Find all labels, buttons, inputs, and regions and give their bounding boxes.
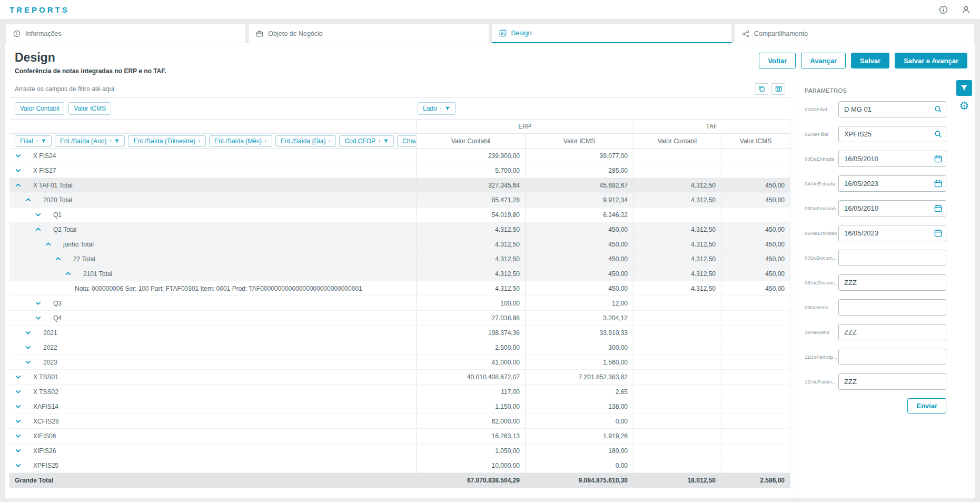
tab-objeto-de-negocio[interactable]: Objeto de Negócio [248,24,489,43]
expand-chevron-icon[interactable] [45,241,52,248]
param-input[interactable] [838,126,946,142]
help-info-icon[interactable] [939,5,948,14]
expand-chevron-icon[interactable] [15,462,22,469]
measure-chip[interactable]: Valor ICMS [68,102,111,115]
expand-chevron-icon[interactable] [15,432,22,439]
param-input[interactable] [838,299,946,316]
expand-chevron-icon[interactable] [15,167,22,174]
pivot-row[interactable]: Nota: 000000006 Ser: 100 Part: FTAF00301… [9,281,790,296]
pivot-row[interactable]: XIFIS06 16.263,13 1.919,26 [9,429,790,444]
expand-chevron-icon[interactable] [25,359,32,366]
pivot-row[interactable]: XCFIS28 62.000,00 0,00 [9,414,790,429]
param-input[interactable] [838,324,946,340]
search-icon[interactable] [934,105,942,113]
pivot-row[interactable]: XIFIS26 1.050,00 180,00 [9,444,790,458]
pivot-row[interactable]: X FIS24 239.900,00 39.077,00 [9,149,790,163]
tab-compartilhamento[interactable]: Compartilhamento [734,24,975,43]
pivot-row[interactable]: XPFIS25 10.000,00 0,00 [9,458,790,473]
pivot-row[interactable]: 2022 2.500,00 300,00 [9,340,790,355]
expand-chevron-icon[interactable] [65,270,72,277]
expand-chevron-icon[interactable] [15,373,22,380]
sort-asc-icon[interactable]: ↑ [378,138,381,144]
measure-chip[interactable]: Valor Contabil [15,102,64,115]
row-label: junho Total [63,241,94,248]
filter-funnel-icon[interactable] [383,139,389,144]
row-field-chip[interactable]: Chave Nota ↑ [397,135,417,147]
filter-funnel-icon[interactable] [114,139,120,144]
column-field-chip-lado[interactable]: Lado ↑ [418,102,456,115]
search-icon[interactable] [934,130,942,138]
filter-funnel-icon[interactable] [41,139,46,144]
expand-chevron-icon[interactable] [25,196,32,203]
row-field-chip[interactable]: Cod.CFOP ↑ [339,135,394,147]
pivot-row[interactable]: XAFIS14 1.150,00 138,00 [9,399,790,414]
filter-toggle-button[interactable] [956,80,972,96]
pivot-row[interactable]: X FIS27 5.700,00 285,00 [9,163,790,178]
row-field-chip[interactable]: Ent./Saída (Dia) ↑ [275,135,336,147]
cell-erp-valor-contabil: 4.312,50 [417,267,526,281]
expand-chevron-icon[interactable] [15,182,22,189]
salvar-e-avancar-button[interactable]: Salvar e Avançar [895,53,967,68]
expand-chevron-icon[interactable] [15,403,22,410]
tab-informacoes[interactable]: Informações [5,24,246,43]
expand-chevron-icon[interactable] [35,314,42,321]
expand-chevron-icon[interactable] [55,255,62,262]
pivot-row[interactable]: Q3 100,00 12,00 [9,296,790,311]
param-input[interactable] [838,349,946,365]
param-input[interactable] [838,175,946,192]
param-input[interactable] [838,274,946,291]
param-input[interactable] [838,151,946,167]
expand-chevron-icon[interactable] [35,211,42,218]
pivot-row[interactable]: 2101 Total 4.312,50 450,00 4.312,50 450,… [9,267,790,281]
sort-asc-icon[interactable]: ↑ [109,138,112,144]
expand-chevron-icon[interactable] [25,329,32,336]
tab-design[interactable]: Design [491,24,732,43]
param-input[interactable] [838,250,946,266]
row-field-chip[interactable]: Ent./Saída (Ano) ↑ [55,135,125,147]
voltar-button[interactable]: Voltar [759,53,796,68]
copy-icon[interactable] [755,83,768,95]
expand-chevron-icon[interactable] [25,344,32,351]
pivot-row[interactable]: Q1 54.019,80 6.246,22 [9,208,790,222]
expand-chevron-icon[interactable] [15,418,22,425]
expand-chevron-icon[interactable] [35,226,42,233]
expand-chevron-icon[interactable] [15,152,22,159]
salvar-button[interactable]: Salvar [851,53,889,68]
sort-asc-icon[interactable]: ↑ [328,138,331,144]
calendar-icon[interactable] [934,204,942,212]
param-input[interactable] [838,373,946,390]
gear-icon[interactable]: ⚙ [959,100,969,111]
expand-chevron-icon[interactable] [15,447,22,454]
row-field-chip[interactable]: Filial ↑ [15,135,52,147]
pivot-row[interactable]: 2020 Total 85.471,28 9.912,34 4.312,50 4… [9,193,790,208]
sort-asc-icon[interactable]: ↑ [264,138,267,144]
enviar-button[interactable]: Enviar [907,398,946,414]
pivot-row[interactable]: X TAF01 Total 327.345,64 45.682,67 4.312… [9,178,790,193]
calendar-icon[interactable] [934,229,942,237]
calendar-icon[interactable] [934,180,942,188]
sort-asc-icon[interactable]: ↑ [36,138,38,144]
param-input[interactable] [838,225,946,241]
filter-drop-zone[interactable]: Arraste os campos de filtro até aqui [9,80,790,98]
param-input[interactable] [838,101,946,117]
filter-funnel-icon[interactable] [445,106,450,111]
pivot-row[interactable]: 2021 198.374,36 33.910,33 [9,326,790,340]
field-chooser-icon[interactable] [771,83,785,95]
pivot-row[interactable]: X TSS02 117,00 2,65 [9,385,790,399]
pivot-row[interactable]: X TSS01 40.010.408.672,07 7.201.852.383,… [9,370,790,385]
user-profile-icon[interactable] [962,5,971,14]
expand-chevron-icon[interactable] [15,388,22,395]
pivot-row[interactable]: junho Total 4.312,50 450,00 4.312,50 450… [9,237,790,252]
row-field-chip[interactable]: Ent./Saída (Mês) ↑ [209,135,272,147]
expand-chevron-icon[interactable] [35,300,42,307]
pivot-row[interactable]: 2023 41.000,00 1.560,00 [9,355,790,370]
calendar-icon[interactable] [934,155,942,163]
pivot-row[interactable]: 22 Total 4.312,50 450,00 4.312,50 450,00 [9,252,790,267]
pivot-row[interactable]: Q2 Total 4.312,50 450,00 4.312,50 450,00 [9,222,790,237]
param-input[interactable] [838,200,946,216]
pivot-row[interactable]: Q4 27.038,98 3.204,12 [9,311,790,326]
row-field-chip[interactable]: Ent./Saída (Trimestre) ↑ [128,135,206,147]
avancar-button[interactable]: Avançar [801,53,846,68]
sort-asc-icon[interactable]: ↑ [198,138,201,144]
sort-asc-icon[interactable]: ↑ [440,106,442,112]
